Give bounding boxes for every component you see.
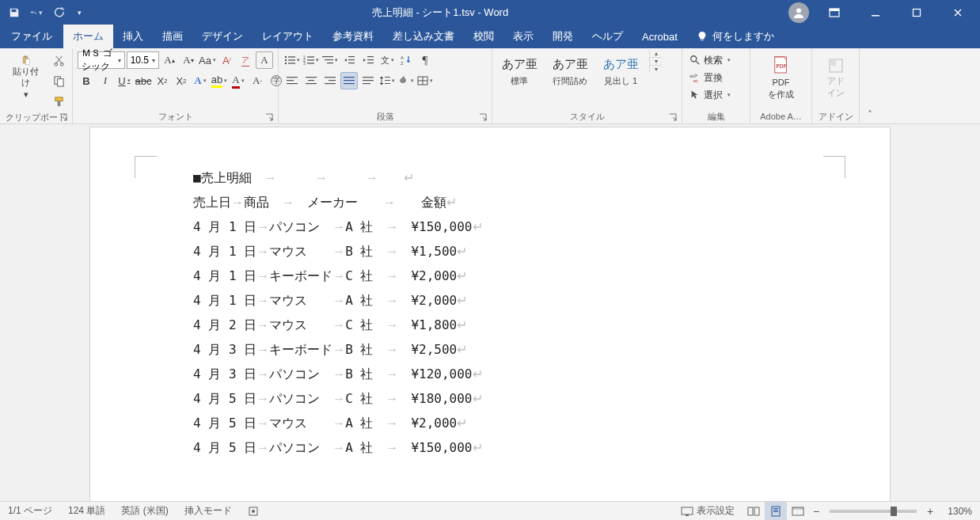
svg-text:Z: Z <box>401 61 404 66</box>
decrease-indent-icon[interactable] <box>340 51 358 69</box>
styles-launcher-icon[interactable] <box>669 113 678 123</box>
font-size-combo[interactable]: 10.5▾ <box>127 51 159 69</box>
bold-button[interactable]: B <box>78 72 95 89</box>
align-left-icon[interactable] <box>283 72 301 89</box>
paragraph-launcher-icon[interactable] <box>479 113 488 123</box>
svg-rect-75 <box>773 511 778 512</box>
tab-mailings[interactable]: 差し込み文書 <box>383 25 464 48</box>
status-page[interactable]: 1/1 ページ <box>0 502 60 520</box>
align-justify-icon[interactable] <box>340 72 358 89</box>
zoom-thumb[interactable] <box>891 507 897 516</box>
text-direction-icon[interactable]: 文▾ <box>378 51 396 69</box>
status-insert-mode[interactable]: 挿入モード <box>177 502 240 520</box>
clear-formatting-icon[interactable]: A⁄ <box>218 51 235 69</box>
line-spacing-icon[interactable]: ▾ <box>378 72 396 89</box>
tab-review[interactable]: 校閲 <box>464 25 503 48</box>
document-area[interactable]: ■売上明細 → → → ↵売上日→商品 → メーカー → 金額↵4 月 1 日→… <box>0 124 980 501</box>
find-button[interactable]: 検索▾ <box>686 51 735 69</box>
addins-button[interactable]: アド イン <box>820 51 852 104</box>
increase-indent-icon[interactable] <box>359 51 377 69</box>
tell-me-search[interactable]: 何をしますか <box>687 25 784 48</box>
show-marks-icon[interactable]: ¶ <box>416 51 434 69</box>
style-no-spacing[interactable]: あア亜行間詰め <box>545 50 595 94</box>
tab-view[interactable]: 表示 <box>503 25 543 48</box>
tab-insert[interactable]: 挿入 <box>113 25 153 48</box>
font-color-icon[interactable]: A▾ <box>230 72 247 89</box>
undo-icon[interactable]: ▾ <box>30 6 43 19</box>
sort-icon[interactable]: AZ <box>397 51 415 69</box>
view-read-mode-icon[interactable] <box>743 502 765 520</box>
align-right-icon[interactable] <box>321 72 339 89</box>
paste-button[interactable]: 貼り付け ▾ <box>5 51 47 104</box>
zoom-in-button[interactable]: + <box>923 505 937 518</box>
redo-icon[interactable] <box>52 6 65 19</box>
zoom-out-button[interactable]: − <box>809 505 823 518</box>
distributed-icon[interactable] <box>359 72 377 89</box>
tab-design[interactable]: デザイン <box>192 25 253 48</box>
numbering-icon[interactable]: 123▾ <box>302 51 320 69</box>
maximize-button[interactable] <box>899 0 934 25</box>
tab-layout[interactable]: レイアウト <box>253 25 323 48</box>
account-icon[interactable] <box>788 2 809 23</box>
italic-button[interactable]: I <box>97 72 114 89</box>
tab-file[interactable]: ファイル <box>0 25 63 48</box>
strikethrough-icon[interactable]: abc <box>135 72 152 89</box>
status-macro-icon[interactable] <box>240 502 267 520</box>
tab-draw[interactable]: 描画 <box>153 25 192 48</box>
copy-icon[interactable] <box>50 72 67 89</box>
align-center-icon[interactable] <box>302 72 320 89</box>
character-shading-icon[interactable]: A◦ <box>249 72 266 89</box>
collapse-ribbon-icon[interactable]: ˄ <box>860 48 880 123</box>
status-display-settings[interactable]: 表示設定 <box>673 502 743 520</box>
subscript-icon[interactable]: X2 <box>154 72 171 89</box>
superscript-icon[interactable]: X2 <box>173 72 190 89</box>
view-web-layout-icon[interactable] <box>787 502 809 520</box>
close-button[interactable] <box>940 0 975 25</box>
status-language[interactable]: 英語 (米国) <box>113 502 176 520</box>
group-font: ＭＳ ゴシック▾ 10.5▾ A▴ A▾ Aa▾ A⁄ ア A B I U▾ a… <box>73 48 279 123</box>
format-painter-icon[interactable] <box>50 93 67 110</box>
tab-help[interactable]: ヘルプ <box>583 25 632 48</box>
grow-font-icon[interactable]: A▴ <box>161 51 178 69</box>
shrink-font-icon[interactable]: A▾ <box>180 51 197 69</box>
bullets-icon[interactable]: ▾ <box>283 51 301 69</box>
multilevel-list-icon[interactable]: ▾ <box>321 51 339 69</box>
enclose-characters-icon[interactable]: A <box>256 51 273 69</box>
font-launcher-icon[interactable] <box>265 113 275 123</box>
qat-customize-icon[interactable]: ▾ <box>74 6 84 19</box>
svg-rect-7 <box>25 59 29 65</box>
zoom-slider[interactable] <box>830 510 917 513</box>
tab-developer[interactable]: 開発 <box>543 25 583 48</box>
create-pdf-button[interactable]: PDF PDF を作成 <box>761 51 801 104</box>
shading-icon[interactable]: ▾ <box>397 72 415 89</box>
status-word-count[interactable]: 124 単語 <box>60 502 113 520</box>
borders-icon[interactable]: ▾ <box>416 72 434 89</box>
zoom-level[interactable]: 130% <box>937 502 980 520</box>
tab-references[interactable]: 参考資料 <box>323 25 383 48</box>
styles-down-icon[interactable]: ▾ <box>650 58 662 66</box>
clipboard-launcher-icon[interactable] <box>59 113 69 123</box>
document-body[interactable]: ■売上明細 → → → ↵売上日→商品 → メーカー → 金額↵4 月 1 日→… <box>193 165 819 460</box>
style-heading1[interactable]: あア亜見出し 1 <box>595 50 646 94</box>
cut-icon[interactable] <box>50 51 67 69</box>
font-name-combo[interactable]: ＭＳ ゴシック▾ <box>78 51 125 69</box>
svg-rect-38 <box>287 80 294 81</box>
text-effects-icon[interactable]: A▾ <box>192 72 209 89</box>
underline-button[interactable]: U▾ <box>116 72 133 89</box>
save-icon[interactable] <box>8 6 21 19</box>
styles-up-icon[interactable]: ▴ <box>650 50 662 58</box>
style-normal[interactable]: あア亜標準 <box>494 50 545 94</box>
phonetic-guide-icon[interactable]: ア <box>237 51 254 69</box>
svg-rect-19 <box>288 63 295 63</box>
minimize-button[interactable] <box>858 0 893 25</box>
highlight-color-icon[interactable]: ab▾ <box>211 72 228 89</box>
change-case-icon[interactable]: Aa▾ <box>199 51 216 69</box>
styles-more-icon[interactable]: ▾ <box>650 66 662 73</box>
view-print-layout-icon[interactable] <box>765 502 787 520</box>
tab-home[interactable]: ホーム <box>63 25 113 48</box>
tab-acrobat[interactable]: Acrobat <box>632 25 687 48</box>
ribbon-display-options[interactable] <box>817 0 852 25</box>
select-button[interactable]: 選択▾ <box>686 86 735 104</box>
replace-button[interactable]: abac置換 <box>686 69 727 86</box>
status-bar: 1/1 ページ 124 単語 英語 (米国) 挿入モード 表示設定 − + 13… <box>0 501 980 520</box>
